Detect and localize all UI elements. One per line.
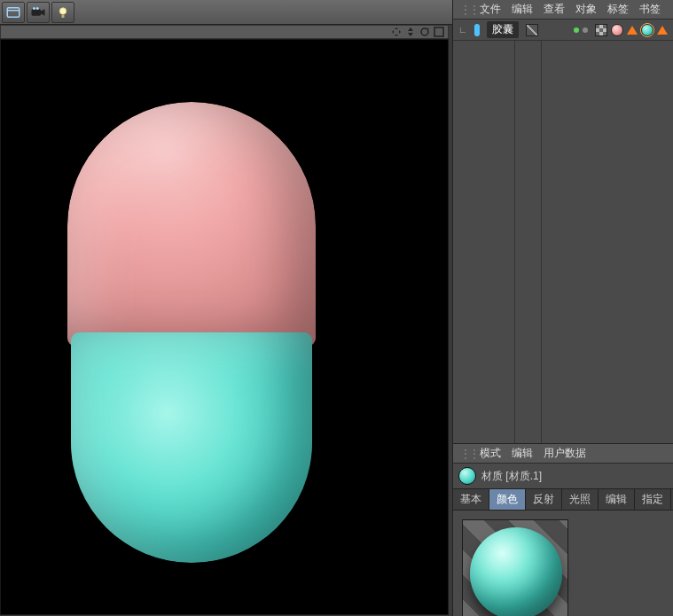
attribute-panel: ⋮⋮⋮ 模式 编辑 用户数据 材质 [材质.1] 基本 颜色 反射 光照 编辑 … — [453, 443, 673, 616]
object-manager-menu: ⋮⋮⋮ 文件 编辑 查看 对象 标签 书签 — [453, 0, 673, 19]
phong-tag-icon[interactable] — [627, 26, 638, 35]
attribute-panel-menu: ⋮⋮⋮ 模式 编辑 用户数据 — [453, 444, 673, 464]
svg-point-6 — [421, 28, 428, 35]
svg-point-9 — [474, 31, 480, 36]
expander-icon[interactable]: ∟ — [458, 25, 467, 35]
material-preview-sphere — [470, 527, 562, 616]
menu-bookmarks[interactable]: 书签 — [639, 2, 661, 17]
material-tag-cyan[interactable] — [641, 24, 653, 36]
dolly-icon[interactable] — [405, 27, 416, 37]
orbit-icon[interactable] — [419, 27, 430, 37]
attr-title-row: 材质 [材质.1] — [453, 464, 673, 488]
om-column-tags[interactable] — [542, 41, 673, 443]
attr-menu-edit[interactable]: 编辑 — [512, 446, 533, 461]
attr-menu-userdata[interactable]: 用户数据 — [544, 446, 586, 461]
svg-rect-0 — [7, 7, 20, 17]
display-shading-button[interactable] — [2, 2, 25, 23]
tab-basic[interactable]: 基本 — [453, 489, 489, 510]
menu-objects[interactable]: 对象 — [575, 2, 597, 17]
light-button[interactable] — [51, 2, 74, 23]
object-manager-body — [453, 41, 673, 443]
tab-reflection[interactable]: 反射 — [526, 489, 562, 510]
svg-point-3 — [36, 7, 39, 10]
tab-illumination[interactable]: 光照 — [562, 489, 599, 510]
layer-toggle-icon[interactable] — [526, 24, 538, 36]
maximize-icon[interactable] — [434, 27, 444, 37]
menu-view[interactable]: 查看 — [544, 2, 565, 17]
panel-grip-icon[interactable]: ⋮⋮⋮ — [460, 4, 469, 16]
visibility-render-dot[interactable] — [583, 27, 588, 33]
object-name-label[interactable]: 胶囊 — [487, 21, 519, 38]
panel-grip-icon[interactable]: ⋮⋮⋮ — [460, 448, 469, 460]
material-tag-pink[interactable] — [611, 24, 623, 36]
material-swatch-icon[interactable] — [458, 467, 476, 485]
phong-tag-icon-2[interactable] — [657, 26, 668, 35]
capsule-top-pink — [67, 102, 316, 347]
material-preview-area — [453, 511, 673, 616]
object-tags — [574, 24, 673, 36]
capsule-bottom-cyan — [71, 332, 312, 563]
capsule-object-icon — [471, 24, 483, 36]
tab-color[interactable]: 颜色 — [489, 489, 526, 510]
object-row-capsule[interactable]: ∟ 胶囊 — [453, 19, 673, 41]
svg-point-8 — [474, 24, 480, 29]
render-camera-button[interactable] — [27, 2, 50, 23]
svg-point-2 — [33, 7, 35, 10]
menu-file[interactable]: 文件 — [480, 2, 501, 17]
om-column-layer[interactable] — [515, 41, 542, 443]
tab-assign[interactable]: 指定 — [635, 489, 671, 510]
svg-point-4 — [59, 7, 67, 14]
uvw-tag-icon[interactable] — [595, 24, 607, 36]
material-preview-swatch[interactable] — [462, 519, 568, 616]
viewport[interactable] — [0, 39, 449, 615]
top-toolbar — [0, 0, 452, 25]
svg-rect-5 — [62, 15, 65, 18]
menu-edit[interactable]: 编辑 — [512, 2, 533, 17]
viewport-header — [0, 25, 449, 39]
attr-menu-mode[interactable]: 模式 — [480, 446, 501, 461]
tab-editor[interactable]: 编辑 — [599, 489, 635, 510]
svg-rect-1 — [32, 9, 42, 16]
svg-rect-7 — [434, 27, 443, 36]
right-column: ⋮⋮⋮ 文件 编辑 查看 对象 标签 书签 ∟ 胶囊 ⋮⋮⋮ 模式 — [452, 0, 673, 616]
rendered-capsule-object — [67, 102, 316, 563]
pan-icon[interactable] — [391, 27, 402, 37]
menu-tags[interactable]: 标签 — [607, 2, 629, 17]
attr-tabs: 基本 颜色 反射 光照 编辑 指定 — [453, 488, 673, 511]
visibility-editor-dot[interactable] — [574, 27, 579, 33]
material-title-label: 材质 [材质.1] — [481, 469, 542, 484]
om-column-name[interactable] — [453, 41, 515, 443]
